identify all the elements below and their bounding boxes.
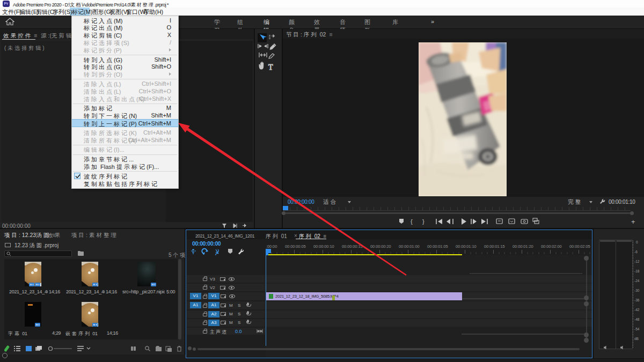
svg-text:T: T — [268, 63, 273, 71]
svg-text:}: } — [422, 218, 425, 225]
svg-text:{: { — [411, 218, 413, 225]
